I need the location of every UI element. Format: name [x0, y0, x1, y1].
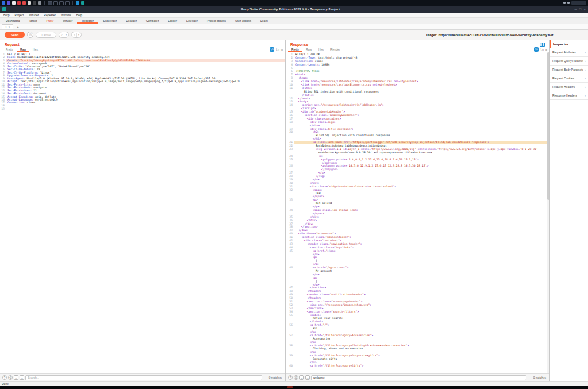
taskbar-app-icon[interactable] — [17, 1, 21, 5]
inspector-section-label: Response Headers — [552, 94, 583, 97]
search-prev-icon[interactable]: ← — [299, 375, 304, 380]
tab-target[interactable]: Target — [24, 18, 41, 24]
inspector-section-label: Request Headers — [552, 85, 583, 88]
menu-help[interactable]: Help — [76, 13, 82, 17]
taskbar-app-icon[interactable] — [7, 1, 10, 5]
maximize-icon[interactable]: □ — [579, 7, 582, 11]
search-prev-icon[interactable]: ← — [14, 375, 18, 380]
search-help-icon[interactable]: ? — [288, 375, 293, 380]
workspace-box[interactable] — [59, 1, 64, 5]
request-tab-raw[interactable]: Raw — [17, 47, 29, 52]
request-editor[interactable]: 1GET / HTTP/1.12Host: 0aeb004204c11ef1c1… — [0, 52, 285, 373]
search-settings-icon[interactable]: ⚙ — [294, 375, 298, 380]
taskbar-app-icon[interactable] — [38, 1, 41, 5]
repeater-tab-1[interactable]: 1 x — [2, 24, 13, 29]
tab-intruder[interactable]: Intruder — [58, 18, 77, 24]
search-next-icon[interactable]: → — [305, 375, 310, 380]
inspector-section-request-cookies[interactable]: Request Cookies› — [550, 74, 588, 83]
os-bottom-bar — [0, 386, 588, 389]
taskbar-app-icon[interactable] — [28, 1, 31, 5]
main-tab-bar: DashboardTargetProxyIntruderRepeaterSequ… — [0, 18, 588, 24]
taskbar-separator — [44, 1, 45, 5]
inspector-section-response-headers[interactable]: Response Headers› — [550, 91, 588, 100]
workspace-box[interactable] — [65, 1, 70, 5]
response-editor[interactable]: 1HTTP/1.1 200 OK2Content-Type: text/html… — [286, 52, 549, 373]
inspector-section-label: Request Attributes — [552, 51, 583, 54]
request-search-matches: 0 matches — [263, 376, 283, 379]
tab-user-options[interactable]: User options — [230, 18, 256, 24]
response-tab-pretty[interactable]: Pretty — [288, 47, 302, 52]
chevron-right-icon: › — [585, 76, 586, 80]
tab-repeater[interactable]: Repeater — [77, 18, 98, 24]
tab-dashboard[interactable]: Dashboard — [1, 18, 24, 24]
line-numbers-icon[interactable]: ln — [540, 48, 544, 51]
send-button[interactable]: Send — [5, 32, 25, 38]
tab-project-options[interactable]: Project options — [202, 18, 230, 24]
send-menu-icon[interactable]: ◎ — [27, 32, 33, 38]
tab-logger[interactable]: Logger — [163, 18, 182, 24]
nonprintable-toggle-icon[interactable]: \n — [534, 47, 539, 52]
request-tab-hex[interactable]: Hex — [29, 47, 41, 52]
workspace-box[interactable] — [53, 1, 58, 5]
editor-menu-icon[interactable]: ≡ — [281, 48, 283, 51]
request-panel: Request PrettyRawHex \n ln ≡ 1GET / HTTP… — [0, 40, 286, 381]
taskbar-window-icon-2[interactable] — [81, 1, 84, 5]
minimize-icon[interactable]: ─ — [575, 7, 577, 11]
tab-decoder[interactable]: Decoder — [121, 18, 141, 24]
chevron-right-icon: › — [585, 85, 586, 88]
scrollbar[interactable] — [547, 52, 549, 373]
scrollbar-thumb[interactable] — [547, 52, 549, 200]
status-icon — [563, 2, 566, 4]
response-tab-render[interactable]: Render — [327, 47, 343, 52]
history-forward-button[interactable]: > ▾ — [71, 32, 82, 38]
taskbar-app-icon[interactable] — [33, 1, 36, 5]
workspace-box[interactable] — [48, 1, 52, 5]
line-numbers-icon[interactable]: ln — [276, 48, 279, 51]
inspector-section-request-query-parameters[interactable]: Request Query Parameters› — [550, 57, 588, 66]
editor-menu-icon[interactable]: ≡ — [545, 48, 547, 51]
menu-window[interactable]: Window — [61, 13, 71, 17]
response-search-input[interactable] — [311, 375, 526, 380]
nonprintable-toggle-icon[interactable]: \n — [270, 47, 274, 52]
search-next-icon[interactable]: → — [20, 375, 24, 380]
cancel-button[interactable]: Cancel — [36, 32, 56, 38]
search-settings-icon[interactable]: ⚙ — [8, 375, 13, 380]
request-tab-pretty[interactable]: Pretty — [2, 47, 17, 52]
close-icon[interactable]: × — [583, 7, 586, 11]
tab-proxy[interactable]: Proxy — [41, 18, 58, 24]
search-help-icon[interactable]: ? — [2, 375, 7, 380]
taskbar-app-icon[interactable] — [22, 1, 26, 5]
tab-comparer[interactable]: Comparer — [141, 18, 163, 24]
repeater-content: Request PrettyRawHex \n ln ≡ 1GET / HTTP… — [0, 40, 588, 381]
target-bar[interactable]: Target: https://0aeb004204c11ef1c1d20df4… — [426, 30, 588, 40]
response-tab-raw[interactable]: Raw — [302, 47, 315, 52]
tab-sequencer[interactable]: Sequencer — [98, 18, 121, 24]
back-arrow-icon: < — [61, 33, 63, 37]
inspector-section-request-attributes[interactable]: Request Attributes› — [550, 48, 588, 57]
tab-learn[interactable]: Learn — [256, 18, 272, 24]
taskbar-app-icon[interactable] — [12, 1, 16, 5]
taskbar-window-icon[interactable] — [76, 1, 79, 5]
inspector-section-request-headers[interactable]: Request Headers› — [550, 83, 588, 91]
menu-project[interactable]: Project — [15, 13, 24, 17]
repeater-toolbar: Send ◎ Cancel < ▾ > ▾ Target: https://0a… — [0, 30, 588, 40]
chevron-down-icon[interactable]: ▾ — [66, 33, 67, 36]
request-line-text — [6, 107, 285, 110]
taskbar-separator-2 — [72, 1, 73, 5]
menu-burp[interactable]: Burp — [3, 13, 10, 17]
menu-repeater[interactable]: Repeater — [44, 13, 56, 17]
tab-extender[interactable]: Extender — [182, 18, 202, 24]
chevron-down-icon[interactable]: ▾ — [78, 33, 79, 36]
taskbar-app-icon[interactable] — [2, 1, 5, 5]
layout-selector-icon[interactable] — [540, 43, 545, 47]
response-tab-hex[interactable]: Hex — [315, 47, 327, 52]
history-back-button[interactable]: < ▾ — [59, 32, 69, 38]
add-tab-button[interactable]: + — [15, 25, 21, 29]
chevron-right-icon: › — [585, 68, 586, 71]
bottom-taskbar-icon[interactable] — [287, 386, 293, 388]
close-tab-icon[interactable]: x — [9, 25, 10, 29]
menu-intruder[interactable]: Intruder — [29, 13, 39, 17]
workspace-switcher[interactable] — [48, 1, 70, 5]
inspector-section-request-body-parameters[interactable]: Request Body Parameters› — [550, 66, 588, 74]
request-search-input[interactable] — [25, 375, 262, 380]
